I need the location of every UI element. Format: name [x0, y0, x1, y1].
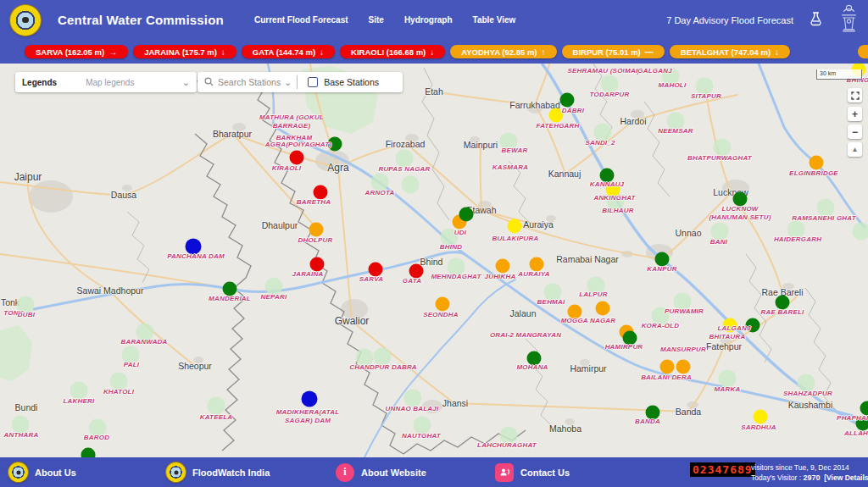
station-marker-madikhera-atal[interactable] [302, 391, 318, 407]
station-marker-bulakipura[interactable] [508, 219, 522, 234]
legends-dropdown[interactable]: Map legends [86, 78, 134, 87]
station-marker-sarva[interactable] [369, 263, 383, 277]
station-marker-purwamir[interactable] [674, 293, 692, 311]
nav-site[interactable]: Site [369, 15, 384, 25]
ticker-station-birpur-75-01-m[interactable]: BIRPUR (75.01 m)— [562, 45, 665, 58]
station-marker-unnamed[interactable] [596, 302, 610, 316]
station-marker-elginbridge[interactable] [810, 156, 824, 170]
station-marker-panchana-dam[interactable] [186, 239, 202, 255]
station-marker-unnamed[interactable] [402, 176, 420, 194]
station-marker-unnamed[interactable] [746, 318, 760, 333]
station-marker-pali[interactable] [122, 346, 140, 364]
fullscreen-button[interactable] [848, 88, 862, 102]
station-marker-auraiya[interactable] [530, 257, 544, 272]
station-marker-agra-poiyaghat[interactable] [328, 137, 342, 152]
station-marker-baranwada[interactable] [136, 324, 154, 341]
station-marker-haidergarh[interactable] [787, 221, 805, 239]
footer-contact-us[interactable]: Contact Us [495, 457, 570, 487]
station-marker-sandi-2[interactable] [594, 124, 612, 141]
nav-table-view[interactable]: Table View [473, 15, 516, 25]
station-marker-rae-bareli[interactable] [776, 296, 790, 310]
station-marker-rupas-nagar[interactable] [396, 150, 414, 168]
station-marker-shahzadpur[interactable] [798, 374, 815, 392]
station-marker-sitapur[interactable] [696, 78, 714, 96]
nav-current-flood-forecast[interactable]: Current Flood Forecast [254, 15, 348, 25]
ticker-station-sarva-162-05-m[interactable]: SARVA (162.05 m)→ [25, 45, 128, 58]
station-marker-sardhua[interactable] [754, 410, 768, 424]
station-marker-chandpur-dabra[interactable] [374, 348, 392, 366]
station-marker-bani[interactable] [711, 223, 729, 241]
station-marker-maholi[interactable] [662, 68, 680, 86]
ticker-button-partial[interactable] [858, 45, 868, 58]
station-marker-unnao-balaji[interactable] [404, 390, 422, 407]
station-marker-lucknow[interactable] [733, 192, 748, 207]
station-marker-bailani-dera[interactable] [660, 360, 675, 374]
station-marker-ramsanehi-ghat[interactable] [817, 199, 835, 217]
search-stations-input[interactable] [218, 77, 284, 87]
station-marker-arnota[interactable] [371, 174, 389, 191]
pan-up-button[interactable]: ▲ [848, 142, 862, 157]
station-marker-unnamed[interactable] [81, 448, 96, 458]
station-marker-lahchuraghat[interactable] [500, 427, 518, 445]
station-marker-lalganj[interactable] [723, 318, 737, 333]
ticker-station-ayodhya-92-85-m[interactable]: AYODHYA (92.85 m)↑ [450, 45, 556, 58]
station-marker-manderial[interactable] [223, 282, 237, 296]
station-marker-fatehgarh[interactable] [549, 108, 564, 123]
station-marker-hamirpur[interactable] [623, 331, 637, 346]
station-marker-kanpur[interactable] [655, 252, 670, 267]
footer-about-us[interactable]: About Us [8, 457, 76, 487]
station-marker-bhind[interactable] [441, 229, 459, 246]
station-marker-kiraoli[interactable] [290, 151, 304, 165]
nav-hydrograph[interactable]: Hydrograph [404, 15, 453, 25]
station-marker-allahabad[interactable] [856, 417, 868, 431]
station-marker-unnamed[interactable] [459, 208, 474, 222]
station-marker-barod[interactable] [89, 419, 107, 437]
water-sample-flask-icon[interactable] [809, 11, 823, 30]
station-marker-khatoli[interactable] [110, 373, 128, 390]
station-marker-dabri[interactable] [560, 93, 575, 108]
ticker-station-gata-144-74-m[interactable]: GATA (144.74 m)↓ [242, 45, 335, 58]
station-marker-mogga-nagar[interactable] [568, 305, 582, 319]
station-marker-mohana[interactable] [527, 351, 542, 366]
station-marker-baretha[interactable] [314, 185, 328, 200]
ticker-station-jaraina-175-7-m[interactable]: JARAINA (175.7 m)↓ [133, 45, 236, 58]
station-marker-marka[interactable] [719, 370, 737, 388]
station-marker-nepari[interactable] [265, 278, 283, 296]
view-details-link[interactable]: [View Details] [824, 473, 868, 482]
station-marker-bhatpurwaghat[interactable] [714, 139, 732, 157]
station-marker-dholpur[interactable] [309, 223, 324, 237]
station-marker-mehndaghat[interactable] [448, 258, 465, 276]
station-marker-nautghat[interactable] [414, 417, 431, 434]
station-marker-phaphamau[interactable] [860, 401, 868, 416]
chevron-down-icon[interactable]: ⌄ [182, 77, 190, 88]
station-marker-kora-old[interactable] [652, 307, 670, 325]
station-marker-unnamed[interactable] [676, 360, 691, 374]
station-marker-anthara[interactable] [12, 416, 30, 434]
station-marker-banda[interactable] [646, 406, 660, 420]
ticker-station-betalghat-747-04-m[interactable]: BETALGHAT (747.04 m)↓ [670, 45, 790, 58]
station-marker-unnamed[interactable] [853, 223, 868, 241]
zoom-in-button[interactable]: + [848, 107, 862, 121]
footer-floodwatch-india[interactable]: FloodWatch India [166, 457, 270, 487]
station-marker-kateela[interactable] [208, 397, 225, 415]
chevron-down-icon[interactable]: ⌄ [284, 77, 292, 88]
ticker-station-kiraoli-166-68-m[interactable]: KIRAOLI (166.68 m)↓ [340, 45, 445, 58]
station-marker-lakheri[interactable] [70, 382, 88, 400]
station-marker-dubi[interactable] [17, 296, 35, 314]
footer-about-website[interactable]: i About Website [336, 457, 426, 487]
station-marker-unnamed[interactable] [356, 349, 374, 367]
advisory-forecast-link[interactable]: 7 Day Advisory Flood Forecast [666, 15, 793, 25]
station-marker-gata[interactable] [409, 264, 424, 279]
station-marker-jaraina[interactable] [310, 257, 325, 272]
station-marker-kannauj[interactable] [600, 169, 615, 183]
station-marker-neemsar[interactable] [667, 113, 685, 130]
station-marker-todarpur[interactable] [601, 75, 619, 93]
flood-forecast-map[interactable]: JaipurDausaBharatpurAgraFirozabadEtahMai… [0, 64, 868, 457]
station-marker-lalpur[interactable] [587, 277, 605, 295]
zoom-out-button[interactable]: − [848, 125, 862, 139]
station-marker-juhikha[interactable] [496, 259, 510, 274]
station-marker-seondha[interactable] [436, 297, 450, 312]
station-marker-behmai[interactable] [544, 284, 562, 302]
station-marker-ankinghat[interactable] [606, 183, 620, 197]
station-marker-bewar[interactable] [500, 133, 518, 151]
